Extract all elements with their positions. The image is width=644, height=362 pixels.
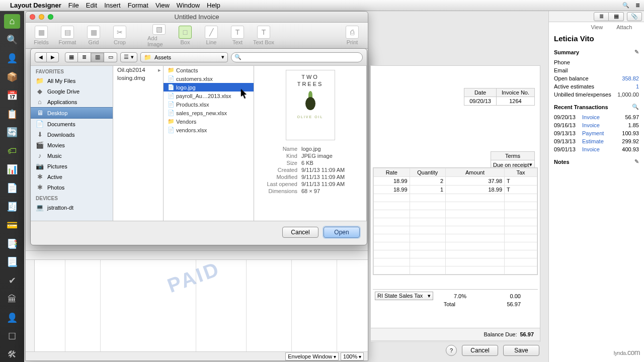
tool-print[interactable]: ⎙Print xyxy=(341,24,364,47)
tool-format[interactable]: ▤Format xyxy=(56,24,79,47)
view-list-button[interactable]: ≣ xyxy=(78,52,91,62)
sidebar-item-google-drive[interactable]: ◆Google Drive xyxy=(31,86,113,97)
spotlight-icon[interactable]: 🔍 xyxy=(622,2,629,9)
path-dropdown[interactable]: 📁 Assets ▾ xyxy=(140,52,228,62)
file-item[interactable]: 📁Vendors xyxy=(164,117,254,126)
sidebar-check-icon[interactable]: ✔ xyxy=(4,274,20,288)
sidebar-item-all-my-files[interactable]: 📁All My Files xyxy=(31,75,113,86)
view-grid-mini[interactable]: ▦ xyxy=(609,12,624,21)
sidebar-calendar-icon[interactable]: 📅 xyxy=(4,88,20,103)
view-column-button[interactable]: ▥ xyxy=(91,52,104,62)
file-item[interactable]: 📄sales_reps_new.xlsx xyxy=(164,109,254,117)
nav-forward-button[interactable]: ▶ xyxy=(47,52,59,62)
file-item[interactable]: 📄customers.xlsx xyxy=(164,74,254,83)
tool-line[interactable]: ╱Line xyxy=(200,24,223,47)
sidebar-tools-icon[interactable]: 🛠 xyxy=(4,347,20,362)
sidebar-vendors-icon[interactable]: 📦 xyxy=(4,70,20,84)
menu-format[interactable]: Format xyxy=(128,2,148,9)
sidebar-box-icon[interactable]: ☐ xyxy=(4,329,20,343)
invoice-cancel-button[interactable]: Cancel xyxy=(462,345,498,356)
device-item[interactable]: 💻jstratton-dt xyxy=(31,202,113,213)
file-item[interactable]: 📄payroll_Au…2013.xlsx xyxy=(164,92,254,100)
sidebar-bank-icon[interactable]: 🏛 xyxy=(4,292,20,307)
path-label: Assets xyxy=(154,54,171,60)
search-field[interactable]: 🔍 xyxy=(231,52,363,62)
sidebar-item-desktop[interactable]: 🖥Desktop xyxy=(31,107,113,119)
folder-icon: 📁 xyxy=(144,54,151,61)
app-name[interactable]: Layout Designer xyxy=(10,2,61,9)
sidebar-doc-icon[interactable]: 📄 xyxy=(4,181,20,196)
terms-label: Terms xyxy=(491,151,535,160)
sidebar-item-active[interactable]: ✱Active xyxy=(31,171,113,182)
arrange-button[interactable]: ☰ ▾ xyxy=(120,52,137,62)
sidebar-item-applications[interactable]: ⌂Applications xyxy=(31,97,113,107)
tool-textbox[interactable]: TText Box xyxy=(252,24,275,47)
sidebar-person-icon[interactable]: 👤 xyxy=(4,311,20,325)
file-item[interactable]: 📁Contacts xyxy=(164,66,254,74)
search-input[interactable] xyxy=(244,54,359,60)
tool-crop[interactable]: ✂Crop xyxy=(108,24,131,47)
template-select[interactable]: Envelope Window ▾ xyxy=(285,352,339,360)
sidebar-item-downloads[interactable]: ⬇Downloads xyxy=(31,129,113,140)
menu-edit[interactable]: Edit xyxy=(86,2,97,9)
sidebar-item-movies[interactable]: 🎬Movies xyxy=(31,140,113,150)
file-item-selected[interactable]: 📄logo.jpg xyxy=(164,83,254,92)
menu-insert[interactable]: Insert xyxy=(104,2,121,9)
menu-extras-icon[interactable]: ≣ xyxy=(635,2,640,9)
view-list-mini[interactable]: ≣ xyxy=(594,12,609,21)
transaction-link[interactable]: Invoice xyxy=(582,114,615,120)
cancel-button[interactable]: Cancel xyxy=(282,227,318,238)
tool-fields[interactable]: ▦Fields xyxy=(30,24,53,47)
sidebar-search-icon[interactable]: 🔍 xyxy=(4,33,20,47)
sidebar-list-icon[interactable]: 📃 xyxy=(4,255,20,269)
line-items-table[interactable]: Rate Quantity Amount Tax 18.99237.98T18.… xyxy=(373,167,538,275)
open-button[interactable]: Open xyxy=(324,227,360,238)
attach-button[interactable]: 📎 xyxy=(627,12,642,21)
file-item[interactable]: 📄Products.xlsx xyxy=(164,100,254,109)
sidebar-invoice-icon[interactable]: 🧾 xyxy=(4,199,20,214)
view-icon-button[interactable]: ▦ xyxy=(65,52,78,62)
menu-window[interactable]: Window xyxy=(177,2,200,9)
sidebar-sync-icon[interactable]: 🔄 xyxy=(4,125,20,140)
edit-notes-icon[interactable]: ✎ xyxy=(634,158,639,165)
sidebar-item-pictures[interactable]: 📷Pictures xyxy=(31,161,113,171)
transaction-link[interactable]: Payment xyxy=(582,130,615,136)
menu-file[interactable]: File xyxy=(68,2,79,9)
sidebar-app-home-icon[interactable]: ⌂ xyxy=(4,14,20,29)
sidebar-item-documents[interactable]: 📄Documents xyxy=(31,119,113,129)
menu-help[interactable]: Help xyxy=(207,2,220,9)
invoice-save-button[interactable]: Save xyxy=(503,345,539,356)
tool-text[interactable]: TText xyxy=(226,24,249,47)
sidebar-card-icon[interactable]: 💳 xyxy=(4,218,20,232)
tool-add-image[interactable]: ▧Add Image xyxy=(147,24,171,47)
sidebar-item-music[interactable]: ♪Music xyxy=(31,150,113,161)
sidebar-clipboard-icon[interactable]: 📋 xyxy=(4,107,20,121)
zoom-select[interactable]: 100% ▾ xyxy=(341,352,364,360)
transaction-link[interactable]: Estimate xyxy=(582,138,615,144)
transaction-link[interactable]: Invoice xyxy=(582,146,615,152)
edit-summary-icon[interactable]: ✎ xyxy=(634,49,639,55)
tool-box[interactable]: □Box xyxy=(174,24,197,47)
view-coverflow-button[interactable]: ▭ xyxy=(104,52,117,62)
file-item[interactable]: Oil.qb2014 xyxy=(113,66,163,74)
column-1: ▸ Oil.qb2014losing.dmg xyxy=(113,66,164,221)
menubar: Layout Designer File Edit Insert Format … xyxy=(0,0,644,11)
sidebar-user-icon[interactable]: 👤 xyxy=(4,51,20,66)
tax-select[interactable]: RI State Sales Tax▾ xyxy=(375,292,433,300)
sidebar-copy-icon[interactable]: 📑 xyxy=(4,236,20,251)
file-item[interactable]: losing.dmg xyxy=(113,74,163,82)
search-trans-icon[interactable]: 🔍 xyxy=(632,104,639,110)
document-toolbar: ▦Fields ▤Format ▦Grid ✂Crop ▧Add Image □… xyxy=(26,23,368,49)
tool-grid[interactable]: ▦Grid xyxy=(82,24,105,47)
nav-back-button[interactable]: ◀ xyxy=(35,52,47,62)
menu-view[interactable]: View xyxy=(155,2,170,9)
file-item[interactable]: 📄vendors.xlsx xyxy=(164,126,254,134)
sidebar-tag-icon[interactable]: 🏷 xyxy=(4,144,20,158)
preview-pane: TWOTREES OLIVE OIL Namelogo.jpgKindJPEG … xyxy=(254,66,367,221)
help-button[interactable]: ? xyxy=(446,345,457,356)
layout-canvas[interactable]: PAID xyxy=(26,250,368,351)
invoice-header-table: DateInvoice No. 09/20/131264 xyxy=(464,88,535,106)
transaction-link[interactable]: Invoice xyxy=(582,122,615,128)
sidebar-chart-icon[interactable]: 📊 xyxy=(4,162,20,177)
sidebar-item-photos[interactable]: ✱Photos xyxy=(31,182,113,193)
